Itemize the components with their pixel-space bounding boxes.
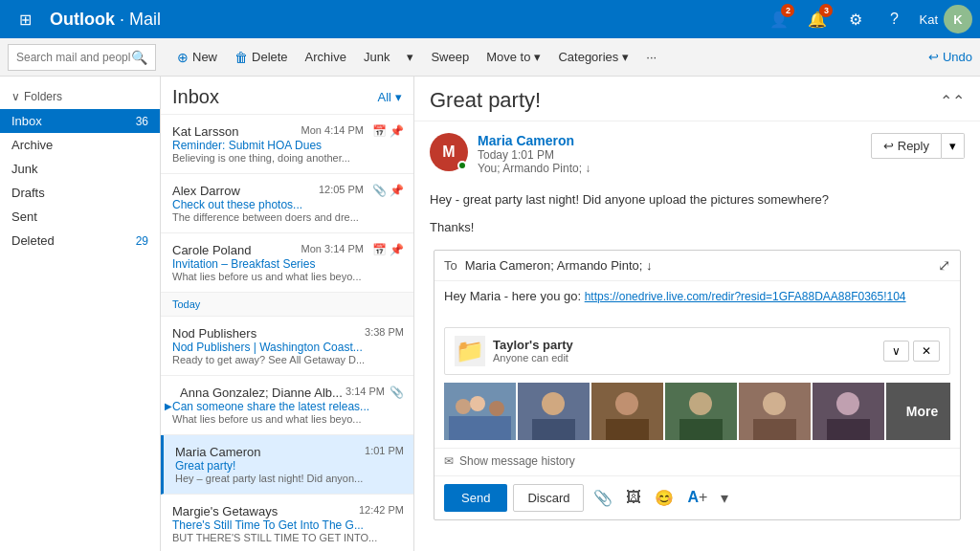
notifications-icon-button[interactable]: 🔔 3 [800, 2, 835, 36]
attachment-chevron-button[interactable]: ∨ [883, 341, 909, 362]
sidebar-item-junk[interactable]: Junk [0, 157, 160, 181]
grid-icon[interactable]: ⊞ [8, 2, 42, 36]
reply-toolbar: Send Discard 📎 🖼 😊 A+ ▾ [434, 475, 960, 519]
to-recipients: Maria Cameron; Armando Pinto; ↓ [465, 258, 938, 273]
photo-thumb[interactable] [665, 383, 737, 440]
pin-icon: 📌 [390, 243, 404, 256]
sidebar-item-sent[interactable]: Sent [0, 205, 160, 229]
delete-button[interactable]: 🗑 Delete [227, 44, 296, 71]
undo-icon: ↩ [928, 50, 939, 64]
sidebar-item-inbox[interactable]: Inbox 36 [0, 109, 160, 133]
sidebar-item-deleted[interactable]: Deleted 29 [0, 229, 160, 253]
reply-indicator-icon: ▶ [165, 400, 172, 410]
new-button[interactable]: ⊕ New [169, 44, 225, 71]
svg-point-3 [489, 401, 504, 416]
online-indicator [457, 161, 467, 170]
email-preview: Believing is one thing, doing another... [172, 152, 402, 164]
email-filter[interactable]: All ▾ [378, 90, 402, 104]
search-box[interactable]: 🔍 [8, 44, 156, 71]
email-preview: Ready to get away? See All Getaway D... [172, 354, 402, 365]
email-time: Mon 4:14 PM [301, 124, 364, 136]
user-profile[interactable]: Kat K [919, 5, 972, 33]
attachment-remove-button[interactable]: ✕ [913, 341, 940, 362]
email-preview: What lies before us and what lies beyo..… [172, 271, 402, 282]
paperclip-icon: 📎 [593, 490, 612, 506]
email-sender: Carole Poland [172, 243, 402, 257]
from-info: Maria Cameron Today 1:01 PM You; Armando… [478, 133, 861, 175]
collapse-icon[interactable]: ⌃⌃ [940, 92, 965, 110]
reply-button[interactable]: ↩ Reply [871, 133, 942, 159]
list-item[interactable]: ▶ Anna Gonzalez; Dianne Alb... Can someo… [161, 376, 413, 435]
email-subject: Reminder: Submit HOA Dues [172, 139, 402, 152]
expand-compose-icon[interactable]: ⤢ [938, 256, 950, 275]
compose-to-line: To Maria Cameron; Armando Pinto; ↓ ⤢ [434, 251, 960, 281]
topbar-icons: 👤 2 🔔 3 ⚙ ? Kat K [762, 2, 972, 36]
calendar-icon: 📅 [372, 124, 387, 138]
chevron-down-icon: ▾ [395, 90, 402, 104]
more-options-compose-button[interactable]: ▾ [717, 485, 732, 511]
date-separator: Today [161, 293, 413, 317]
email-time: 3:38 PM [365, 326, 404, 338]
list-item[interactable]: Carole Poland Invitation – Breakfast Ser… [161, 233, 413, 293]
list-item[interactable]: Maria Cameron Great party! Hey – great p… [161, 435, 413, 495]
email-time: 1:01 PM [365, 445, 404, 456]
svg-rect-13 [679, 419, 723, 440]
email-subject: Invitation – Breakfast Series [172, 257, 402, 271]
photo-thumb[interactable] [591, 383, 663, 440]
svg-rect-10 [606, 419, 649, 440]
email-time: 3:14 PM [345, 386, 385, 397]
sweep-button[interactable]: Sweep [423, 44, 477, 71]
folders-header[interactable]: ∨ Folders [0, 84, 160, 109]
sender-avatar: M [430, 133, 468, 171]
reply-dropdown-button[interactable]: ▾ [942, 133, 965, 159]
email-icons: 📅 📌 [372, 243, 404, 256]
gear-icon: ⚙ [849, 11, 862, 29]
onedrive-link[interactable]: https://onedrive.live.com/redir?resid=1G… [585, 290, 906, 303]
junk-button[interactable]: Junk [356, 44, 397, 71]
photo-thumb[interactable] [444, 383, 516, 440]
email-preview: What lies before us and what lies beyo..… [172, 413, 402, 425]
photo-thumb[interactable] [813, 383, 884, 440]
show-history-button[interactable]: ✉ Show message history [434, 448, 960, 475]
send-button[interactable]: Send [444, 484, 507, 512]
categories-button[interactable]: Categories ▾ [550, 44, 636, 71]
list-item[interactable]: Margie's Getaways There's Still Time To … [161, 495, 413, 551]
reading-pane: Great party! ⌃⌃ M Maria Cameron Today 1:… [414, 77, 980, 551]
svg-point-9 [615, 392, 638, 415]
sidebar: ∨ Folders Inbox 36 Archive Junk Drafts S… [0, 77, 161, 551]
attach-file-button[interactable]: 📎 [590, 485, 616, 511]
archive-button[interactable]: Archive [298, 44, 354, 71]
dropdown-arrow-junk[interactable]: ▾ [399, 44, 421, 71]
svg-point-15 [763, 392, 786, 415]
email-body: Hey - great party last night! Did anyone… [430, 187, 965, 250]
format-text-button[interactable]: A+ [683, 485, 711, 510]
contacts-icon-button[interactable]: 👤 2 [762, 2, 796, 36]
help-icon-button[interactable]: ? [877, 2, 911, 36]
emoji-button[interactable]: 😊 [651, 485, 678, 511]
sidebar-item-drafts[interactable]: Drafts [0, 181, 160, 205]
list-item[interactable]: Alex Darrow Check out these photos... Th… [161, 174, 413, 233]
more-photos-overlay[interactable]: More [886, 383, 950, 440]
svg-rect-7 [532, 419, 575, 440]
undo-button[interactable]: ↩ Undo [928, 50, 972, 64]
sidebar-item-archive[interactable]: Archive [0, 133, 160, 157]
svg-point-12 [689, 392, 712, 415]
topbar: ⊞ Outlook · Mail 👤 2 🔔 3 ⚙ ? Kat K [0, 0, 980, 38]
moveto-button[interactable]: Move to ▾ [479, 44, 548, 71]
main-area: ∨ Folders Inbox 36 Archive Junk Drafts S… [0, 77, 980, 551]
list-item[interactable]: Nod Publishers Nod Publishers | Washingt… [161, 317, 413, 376]
insert-image-button[interactable]: 🖼 [622, 485, 645, 510]
emoji-icon: 😊 [655, 490, 674, 506]
photo-thumb[interactable] [739, 383, 811, 440]
from-to: You; Armando Pinto; ↓ [478, 162, 861, 175]
settings-icon-button[interactable]: ⚙ [838, 2, 873, 36]
svg-point-2 [470, 396, 485, 411]
email-sender: Kat Larsson [172, 124, 402, 139]
email-list: Inbox All ▾ Kat Larsson Reminder: Submit… [161, 77, 414, 551]
compose-body[interactable]: Hey Maria - here you go: https://onedriv… [434, 281, 960, 320]
search-input[interactable] [16, 51, 131, 64]
more-options-button[interactable]: ··· [638, 44, 664, 71]
photo-thumb[interactable] [518, 383, 590, 440]
list-item[interactable]: Kat Larsson Reminder: Submit HOA Dues Be… [161, 115, 413, 174]
discard-button[interactable]: Discard [513, 484, 584, 512]
